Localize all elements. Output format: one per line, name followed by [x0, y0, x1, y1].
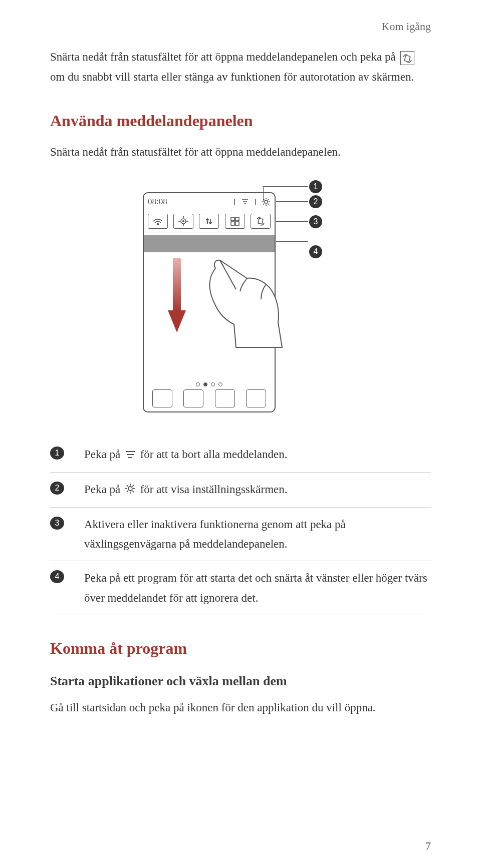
callout-4: 4: [309, 245, 322, 258]
intro-text-a: Snärta nedåt från statusfältet för att ö…: [50, 51, 396, 63]
sub-heading-start-apps: Starta applikationer och växla mellan de…: [50, 674, 431, 689]
svg-rect-22: [231, 217, 234, 221]
svg-point-17: [182, 220, 184, 222]
page-header-breadcrumb: Kom igång: [50, 20, 431, 33]
svg-marker-28: [168, 310, 186, 332]
autorotate-icon: [400, 51, 414, 65]
svg-rect-24: [231, 222, 234, 225]
notification-bar: [144, 235, 275, 252]
callout-3: 3: [309, 215, 322, 228]
section-heading-access-programs: Komma åt program: [50, 639, 431, 658]
wifi-toggle: [148, 214, 168, 229]
app-row: [144, 389, 275, 407]
legend-num-1: 1: [50, 447, 64, 460]
status-bar: 08:08: [144, 193, 275, 211]
legend-4-text: Peka på ett program för att starta det o…: [84, 568, 431, 607]
section-heading-notification-panel: Använda meddelandepanelen: [50, 112, 431, 130]
page-number: 7: [425, 840, 431, 853]
hand-icon: [188, 253, 283, 348]
svg-point-15: [157, 224, 158, 225]
legend-1-prefix: Peka på: [84, 448, 123, 461]
rotate-toggle: [251, 214, 271, 229]
status-time: 08:08: [148, 197, 167, 207]
svg-rect-26: [258, 219, 263, 224]
callout-1: 1: [309, 180, 322, 193]
svg-line-38: [132, 491, 134, 492]
gps-toggle: [173, 214, 193, 229]
svg-rect-23: [235, 217, 239, 221]
divider-icon: [252, 198, 260, 206]
clear-lines-icon: [241, 198, 250, 206]
legend-row-1: 1 Peka på för att ta bort alla meddeland…: [50, 438, 431, 473]
intro-paragraph: Snärta nedåt från statusfältet för att ö…: [50, 47, 431, 88]
legend-2-prefix: Peka på: [84, 483, 123, 496]
legend-1-suffix: för att ta bort alla meddelanden.: [140, 448, 288, 461]
divider-icon: [230, 198, 238, 206]
data-toggle: [199, 214, 219, 229]
legend-row-4: 4 Peka på ett program för att starta det…: [50, 561, 431, 615]
svg-rect-25: [235, 222, 239, 225]
legend-2-suffix: för att visa inställningsskärmen.: [140, 483, 288, 496]
grid-toggle: [225, 214, 245, 229]
legend-row-2: 2 Peka på för att visa inställningsskärm…: [50, 473, 431, 508]
svg-rect-27: [173, 258, 181, 312]
page-dots: [144, 382, 275, 386]
svg-point-6: [265, 200, 268, 203]
phone-illustration: 08:08: [143, 192, 276, 412]
intro-text-b: om du snabbt vill starta eller stänga av…: [50, 71, 414, 83]
legend-3-text: Aktivera eller inaktivera funktionerna g…: [84, 515, 431, 554]
callout-2: 2: [309, 195, 322, 208]
legend-row-3: 3 Aktivera eller inaktivera funktionerna…: [50, 508, 431, 561]
legend-num-4: 4: [50, 570, 64, 583]
svg-point-32: [128, 487, 132, 491]
swipe-down-arrow-icon: [166, 258, 188, 333]
svg-line-12: [268, 204, 269, 205]
svg-line-14: [268, 199, 269, 200]
svg-line-13: [263, 204, 264, 205]
svg-line-37: [127, 485, 128, 487]
gear-icon: [125, 481, 136, 500]
svg-rect-0: [405, 55, 411, 62]
toggle-shortcuts-row: [144, 211, 275, 232]
svg-line-39: [127, 491, 128, 492]
legend-num-3: 3: [50, 517, 64, 530]
svg-line-40: [132, 485, 134, 487]
legend-num-2: 2: [50, 482, 64, 495]
diagram-container: 08:08: [50, 177, 431, 417]
section2-paragraph: Snärta nedåt från statusfältet för att ö…: [50, 142, 431, 162]
section3-paragraph: Gå till startsidan och peka på ikonen fö…: [50, 698, 431, 718]
legend-table: 1 Peka på för att ta bort alla meddeland…: [50, 438, 431, 615]
clear-icon: [125, 446, 136, 465]
